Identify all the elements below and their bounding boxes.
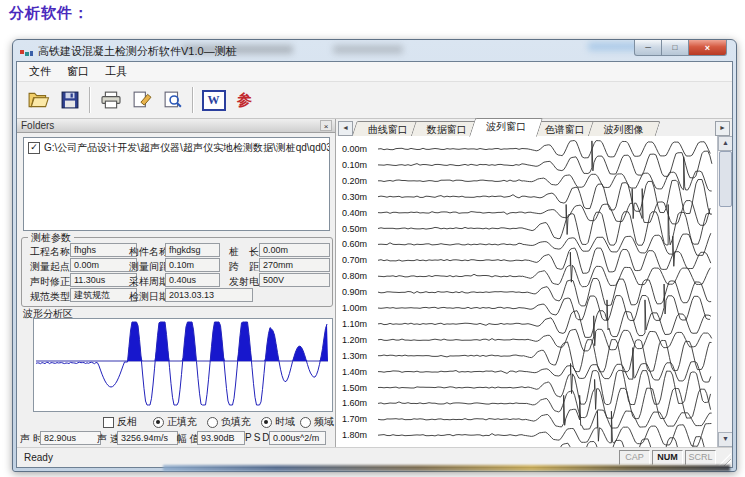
wave-row-label: 0.40m — [342, 208, 367, 218]
invert-checkbox-group[interactable]: 反相 — [103, 415, 137, 429]
open-folder-icon — [28, 90, 50, 110]
param-field[interactable]: 0.00m — [259, 243, 330, 257]
tab-label: 色谱窗口 — [545, 123, 585, 137]
status-indicators: CAPNUMSCRL — [619, 450, 716, 465]
tab-label: 波列图像 — [604, 123, 644, 137]
radio-icon[interactable] — [153, 417, 164, 428]
folders-panel-title: Folders — [21, 120, 54, 131]
wave-row-label: 0.60m — [342, 239, 367, 249]
readout-field[interactable]: 0.00us^2/m — [269, 431, 326, 445]
toolbar-separator — [192, 87, 194, 113]
scrollbar-thumb[interactable] — [719, 151, 732, 207]
readout-label: PSD — [245, 432, 272, 443]
param-field[interactable]: 270mm — [259, 258, 330, 272]
waveform-controls: 反相 正填充 负填充 时域 — [17, 415, 335, 429]
wave-row-label: 0.80m — [342, 271, 367, 281]
wave-row-label: 1.10m — [342, 319, 367, 329]
title-bar[interactable]: 高铁建设混凝土检测分析软件V1.0—测桩 ─ □ × — [13, 40, 736, 61]
pile-params-title: 测桩参数 — [28, 231, 74, 245]
wave-train-traces — [336, 136, 720, 447]
wave-row-label: 1.40m — [342, 367, 367, 377]
app-icon — [20, 45, 34, 56]
folders-panel-header[interactable]: Folders × — [17, 119, 335, 133]
param-label: 声时修正 — [30, 275, 70, 289]
open-button[interactable] — [23, 86, 54, 114]
menu-item[interactable]: 窗口 — [59, 63, 97, 80]
fill-negative-label: 负填充 — [221, 415, 251, 429]
param-field[interactable]: 11.30us — [70, 273, 137, 287]
param-label: 测量起点 — [30, 260, 70, 274]
radio-icon[interactable] — [207, 417, 218, 428]
time-domain-label: 时域 — [275, 415, 295, 429]
radio-icon[interactable] — [300, 417, 311, 428]
desktop-glass-strip — [163, 465, 730, 471]
params-button[interactable]: 参 — [229, 86, 260, 114]
menu-item[interactable]: 文件 — [21, 63, 59, 80]
wave-row-label: 1.30m — [342, 351, 367, 361]
wave-row-label: 0.50m — [342, 224, 367, 234]
maximize-button[interactable]: □ — [661, 40, 689, 56]
tab-5[interactable]: 波列图像 — [587, 121, 660, 137]
preview-button[interactable] — [157, 86, 188, 114]
close-icon[interactable]: × — [320, 120, 332, 131]
param-field[interactable]: 0.00m — [70, 258, 137, 272]
page-magnifier-icon — [162, 90, 184, 110]
scroll-down-icon[interactable]: ▼ — [718, 432, 732, 447]
param-label: 工程名称 — [30, 245, 70, 259]
param-field[interactable]: 0.10m — [165, 258, 220, 272]
param-label: 跨 距 — [229, 260, 259, 274]
readout-field[interactable]: 3256.94m/s — [117, 431, 178, 445]
freq-domain-radio[interactable]: 频域 — [300, 415, 334, 429]
page-heading: 分析软件： — [9, 4, 89, 23]
wave-train-view[interactable]: ▲ ▼ 0.00m0.10m0.20m0.30m0.40m0.50m0.60m0… — [336, 136, 732, 447]
edit-button[interactable] — [126, 86, 157, 114]
tree-item-label: G:\公司产品设计开发\超声仪器\超声仪实地检测数据\测桩qd\qd03\qd0… — [44, 141, 329, 155]
tab-scroll-left-icon[interactable]: ◄ — [338, 121, 353, 136]
tab-label: 曲线窗口 — [368, 123, 408, 137]
checkbox-icon[interactable]: ✓ — [28, 142, 40, 154]
wave-row-label: 0.20m — [342, 176, 367, 186]
menu-item[interactable]: 工具 — [97, 63, 135, 80]
status-num: NUM — [652, 450, 683, 465]
toolbar-separator — [89, 87, 91, 113]
param-field[interactable]: 0.40us — [165, 273, 220, 287]
print-button[interactable] — [95, 86, 126, 114]
tab-label: 数据窗口 — [427, 123, 467, 137]
param-field[interactable]: fhghs — [70, 243, 137, 257]
checkbox-icon[interactable] — [103, 417, 114, 428]
close-button[interactable]: × — [688, 40, 727, 56]
word-button[interactable]: W — [198, 86, 229, 114]
readout-field[interactable]: 93.90dB — [197, 431, 245, 445]
fill-positive-radio[interactable]: 正填充 — [153, 415, 197, 429]
wave-row-label: 1.20m — [342, 335, 367, 345]
param-field[interactable]: 建筑规范 — [70, 288, 137, 302]
radio-icon[interactable] — [261, 417, 272, 428]
param-field[interactable]: 2013.03.13 — [165, 288, 253, 302]
analysis-waveform — [34, 319, 330, 409]
tree-item[interactable]: ✓G:\公司产品设计开发\超声仪器\超声仪实地检测数据\测桩qd\qd03\qd… — [24, 138, 329, 155]
wave-row-label: 1.80m — [342, 430, 367, 440]
param-field[interactable]: 500V — [259, 273, 330, 287]
wave-row-label: 1.00m — [342, 303, 367, 313]
readout-field[interactable]: 82.90us — [40, 431, 101, 445]
wave-row-label: 0.70m — [342, 255, 367, 265]
tab-scroll-right-icon[interactable]: ► — [715, 121, 730, 136]
toolbar: W参 — [17, 82, 732, 119]
tab-3[interactable]: 波列窗口 — [469, 118, 543, 137]
vertical-scrollbar[interactable]: ▲ ▼ — [717, 136, 732, 447]
readout-row: 声 时82.90us声 速3256.94m/s幅 值93.90dBPSD0.00… — [17, 431, 335, 445]
waveform-analysis-box[interactable] — [33, 318, 333, 412]
screen: 分析软件： 高铁建设混凝土检测分析软件V1.0—测桩 ─ □ × 文件窗口工具 — [0, 0, 745, 477]
param-label: 构件名称 — [129, 245, 169, 259]
window-title: 高铁建设混凝土检测分析软件V1.0—测桩 — [38, 44, 237, 59]
wave-row-label: 0.10m — [342, 160, 367, 170]
minimize-button[interactable]: ─ — [634, 40, 662, 56]
scroll-up-icon[interactable]: ▲ — [718, 136, 732, 151]
folders-tree: ✓G:\公司产品设计开发\超声仪器\超声仪实地检测数据\测桩qd\qd03\qd… — [23, 137, 330, 231]
save-button[interactable] — [54, 86, 85, 114]
fill-negative-radio[interactable]: 负填充 — [207, 415, 251, 429]
time-domain-radio[interactable]: 时域 — [261, 415, 295, 429]
pile-params-group: 测桩参数 工程名称fhghs构件名称fhgkdsg桩 长0.00m测量起点0.0… — [21, 237, 333, 307]
param-field[interactable]: fhgkdsg — [165, 243, 220, 257]
right-panel: ◄ 曲线窗口数据窗口波列窗口色谱窗口波列图像 ► ▲ ▼ 0.00m0.10m0… — [336, 119, 732, 447]
